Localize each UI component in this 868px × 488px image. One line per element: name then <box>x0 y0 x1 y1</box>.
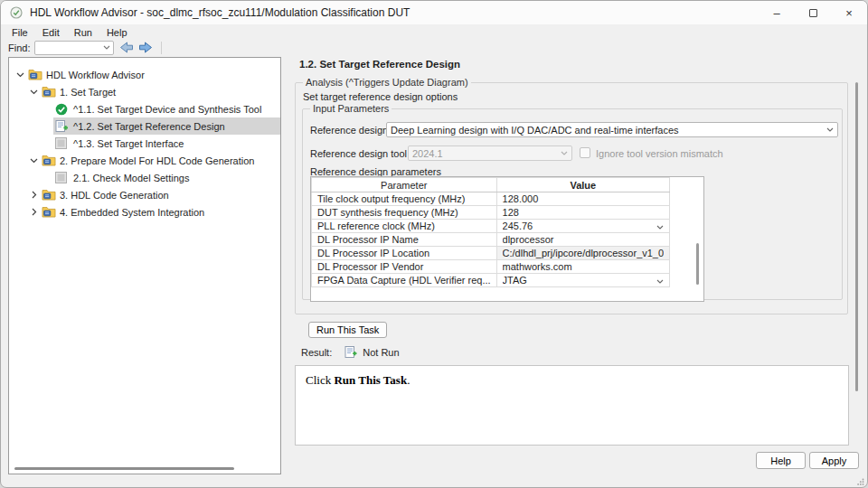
tree-item-label: ^1.2. Set Target Reference Design <box>71 121 225 132</box>
tree-item-4-embedded-system-integration[interactable]: 4. Embedded System Integration <box>9 203 280 221</box>
value-cell[interactable]: C:/dlhdl_prj/ipcore/dlprocessor_v1_0 <box>496 247 670 260</box>
result-message-prefix: Click <box>306 373 334 387</box>
run-this-task-button[interactable]: Run This Task <box>308 322 387 338</box>
tree-item-1-2-set-target-reference-design[interactable]: ^1.2. Set Target Reference Design <box>9 117 280 135</box>
task-icon <box>55 120 71 133</box>
tree-expander[interactable] <box>28 208 40 216</box>
folder-icon <box>42 86 58 98</box>
tree-item-body[interactable]: HDL Workflow Advisor <box>26 66 280 83</box>
tree-expander[interactable] <box>28 191 40 199</box>
tree-item-body[interactable]: ^1.2. Set Target Reference Design <box>53 117 280 135</box>
tree-item-1-3-set-target-interface[interactable]: ^1.3. Set Target Interface <box>9 135 280 152</box>
column-header-parameter: Parameter <box>312 178 497 192</box>
result-label: Result: <box>301 347 332 358</box>
tree-item-hdl-workflow-advisor[interactable]: HDL Workflow Advisor <box>9 66 280 83</box>
table-row-dl-processor-ip-location: DL Processor IP LocationC:/dlhdl_prj/ipc… <box>312 247 670 260</box>
minimize-button[interactable]: – <box>759 1 795 24</box>
result-message-box: Click Run This Task. <box>295 365 849 446</box>
tree-item-body[interactable]: ^1.3. Set Target Interface <box>53 135 280 152</box>
value-cell[interactable]: dlprocessor <box>496 233 670 247</box>
value-text: 128.000 <box>503 193 665 204</box>
options-text: Set target reference design options <box>303 91 458 102</box>
reference-design-value: Deep Learning design with I/Q DAC/ADC an… <box>391 125 826 136</box>
chevron-down-icon <box>30 158 38 164</box>
close-button[interactable]: × <box>831 1 867 24</box>
find-previous-button[interactable] <box>118 42 134 53</box>
value-cell[interactable]: mathworks.com <box>496 260 670 274</box>
check-icon <box>55 103 71 116</box>
input-parameters-label: Input Parameters <box>310 103 392 114</box>
help-button[interactable]: Help <box>756 452 806 469</box>
chevron-down-icon <box>30 89 38 95</box>
menu-item-edit[interactable]: Edit <box>35 26 67 39</box>
resize-grip[interactable] <box>857 478 864 485</box>
table-row-pll-reference-clock-mhz: PLL reference clock (MHz)245.76 <box>312 220 670 233</box>
table-row-dut-synthesis-frequency-mhz: DUT synthesis frequency (MHz)128 <box>312 206 670 220</box>
tree-item-body[interactable]: 3. HDL Code Generation <box>40 186 280 203</box>
value-text: JTAG <box>503 275 657 286</box>
find-next-button[interactable] <box>138 42 154 53</box>
maximize-button[interactable] <box>795 1 831 24</box>
table-vertical-scrollbar[interactable] <box>696 243 699 285</box>
tree-expander[interactable] <box>28 89 40 95</box>
menu-item-file[interactable]: File <box>5 26 35 39</box>
tree-item-3-hdl-code-generation[interactable]: 3. HDL Code Generation <box>9 186 280 203</box>
toolbar-separator <box>161 42 162 54</box>
chevron-down-icon[interactable] <box>656 221 664 231</box>
table-row-fpga-data-capture-hdl-verifier-req: FPGA Data Capture (HDL Verifier req...JT… <box>312 274 670 287</box>
window-title: HDL Workflow Advisor - soc_dlmc_rfsoc_zc… <box>30 6 410 19</box>
content-vertical-scrollbar[interactable] <box>855 82 858 391</box>
tree-item-body[interactable]: 4. Embedded System Integration <box>40 203 280 221</box>
blank-icon <box>55 137 71 149</box>
tree-item-label: 2. Prepare Model For HDL Code Generation <box>58 155 254 166</box>
tree-item-2-prepare-model-for-hdl-code-generation[interactable]: 2. Prepare Model For HDL Code Generation <box>9 152 280 169</box>
value-cell[interactable]: 128 <box>496 206 670 220</box>
tree-item-label: 2.1. Check Model Settings <box>71 173 189 183</box>
tree-item-label: 4. Embedded System Integration <box>58 207 204 218</box>
workflow-tree: HDL Workflow Advisor1. Set Target^1.1. S… <box>9 58 280 221</box>
result-row: Result: Not Run <box>301 346 400 359</box>
folder-icon <box>42 155 58 166</box>
chevron-down-icon[interactable] <box>656 275 664 286</box>
tree-item-body[interactable]: 2.1. Check Model Settings <box>53 169 280 186</box>
menubar: FileEditRunHelp <box>1 24 867 40</box>
tree-item-body[interactable]: 2. Prepare Model For HDL Code Generation <box>40 152 280 169</box>
tree-item-1-set-target[interactable]: 1. Set Target <box>9 83 280 100</box>
maximize-icon <box>809 9 817 17</box>
tree-item-2-1-check-model-settings[interactable]: 2.1. Check Model Settings <box>9 169 280 186</box>
find-label: Find: <box>8 42 30 53</box>
folder-icon <box>28 69 44 80</box>
value-cell[interactable]: 128.000 <box>496 192 670 206</box>
tree-item-body[interactable]: ^1.1. Set Target Device and Synthesis To… <box>53 100 280 117</box>
tree-item-label: HDL Workflow Advisor <box>44 70 145 80</box>
tree-horizontal-scrollbar[interactable] <box>11 465 278 473</box>
table-row-tile-clock-output-frequency-mhz: Tile clock output frequency (MHz)128.000 <box>312 192 670 206</box>
tree-expander[interactable] <box>28 158 40 164</box>
tree-item-1-1-set-target-device-and-synthesis-tool[interactable]: ^1.1. Set Target Device and Synthesis To… <box>9 100 280 117</box>
value-cell[interactable]: 245.76 <box>496 220 670 233</box>
parameter-cell: DL Processor IP Vendor <box>312 260 497 274</box>
input-parameters-groupbox: Input Parameters Reference design: Deep … <box>302 108 843 300</box>
hdl-workflow-advisor-window: HDL Workflow Advisor - soc_dlmc_rfsoc_zc… <box>0 0 868 488</box>
tree-item-label: 3. HDL Code Generation <box>58 190 169 201</box>
statusbar <box>1 480 867 487</box>
menu-item-help[interactable]: Help <box>99 26 135 39</box>
column-header-value: Value <box>496 178 670 192</box>
result-status: Not Run <box>363 347 399 358</box>
scrollbar-thumb[interactable] <box>14 467 234 470</box>
ignore-mismatch-checkbox[interactable] <box>580 147 590 158</box>
value-cell[interactable]: JTAG <box>496 274 670 287</box>
chevron-right-icon <box>32 208 37 216</box>
menu-item-run[interactable]: Run <box>67 26 99 39</box>
workflow-tree-panel: HDL Workflow Advisor1. Set Target^1.1. S… <box>8 57 281 474</box>
ignore-mismatch-label: Ignore tool version mismatch <box>596 148 723 159</box>
tree-item-body[interactable]: 1. Set Target <box>40 83 280 100</box>
apply-button[interactable]: Apply <box>809 452 859 469</box>
titlebar[interactable]: HDL Workflow Advisor - soc_dlmc_rfsoc_zc… <box>1 1 867 24</box>
find-input[interactable] <box>34 41 114 55</box>
result-message-suffix: . <box>407 373 410 387</box>
reference-design-select[interactable]: Deep Learning design with I/Q DAC/ADC an… <box>386 122 838 137</box>
chevron-down-icon <box>826 127 834 132</box>
tree-expander[interactable] <box>14 72 26 78</box>
tool-version-select[interactable]: 2024.1 <box>408 145 572 161</box>
